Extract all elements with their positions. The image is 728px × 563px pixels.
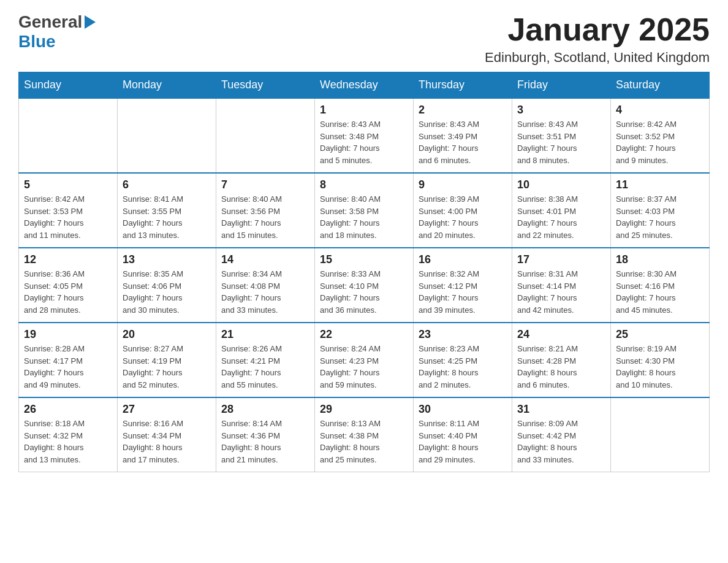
day-number: 12 — [24, 253, 112, 266]
weekday-header-row: SundayMondayTuesdayWednesdayThursdayFrid… — [19, 72, 710, 99]
calendar-subtitle: Edinburgh, Scotland, United Kingdom — [485, 50, 710, 66]
day-info: Sunrise: 8:26 AMSunset: 4:21 PMDaylight:… — [221, 343, 309, 391]
day-info: Sunrise: 8:43 AMSunset: 3:51 PMDaylight:… — [517, 118, 605, 166]
calendar-cell: 18Sunrise: 8:30 AMSunset: 4:16 PMDayligh… — [611, 248, 710, 323]
calendar-table: SundayMondayTuesdayWednesdayThursdayFrid… — [18, 72, 710, 472]
weekday-header-saturday: Saturday — [611, 72, 710, 99]
day-info: Sunrise: 8:34 AMSunset: 4:08 PMDaylight:… — [221, 268, 309, 316]
calendar-cell: 22Sunrise: 8:24 AMSunset: 4:23 PMDayligh… — [315, 323, 414, 397]
calendar-cell: 13Sunrise: 8:35 AMSunset: 4:06 PMDayligh… — [118, 248, 216, 323]
day-number: 28 — [221, 403, 309, 416]
day-number: 17 — [517, 253, 605, 266]
day-info: Sunrise: 8:42 AMSunset: 3:53 PMDaylight:… — [24, 193, 112, 241]
calendar-cell: 7Sunrise: 8:40 AMSunset: 3:56 PMDaylight… — [216, 173, 315, 248]
calendar-cell: 26Sunrise: 8:18 AMSunset: 4:32 PMDayligh… — [19, 397, 118, 472]
day-info: Sunrise: 8:42 AMSunset: 3:52 PMDaylight:… — [616, 118, 704, 166]
day-info: Sunrise: 8:43 AMSunset: 3:49 PMDaylight:… — [419, 118, 507, 166]
calendar-cell: 19Sunrise: 8:28 AMSunset: 4:17 PMDayligh… — [19, 323, 118, 397]
day-info: Sunrise: 8:37 AMSunset: 4:03 PMDaylight:… — [616, 193, 704, 241]
day-number: 2 — [419, 104, 507, 117]
calendar-cell: 10Sunrise: 8:38 AMSunset: 4:01 PMDayligh… — [512, 173, 611, 248]
day-info: Sunrise: 8:33 AMSunset: 4:10 PMDaylight:… — [320, 268, 408, 316]
week-row-1: 1Sunrise: 8:43 AMSunset: 3:48 PMDaylight… — [19, 98, 710, 173]
day-number: 30 — [419, 403, 507, 416]
calendar-cell — [19, 98, 118, 173]
day-number: 25 — [616, 328, 704, 341]
day-number: 20 — [123, 328, 211, 341]
calendar-cell: 15Sunrise: 8:33 AMSunset: 4:10 PMDayligh… — [315, 248, 414, 323]
calendar-cell: 2Sunrise: 8:43 AMSunset: 3:49 PMDaylight… — [414, 98, 512, 173]
day-number: 4 — [616, 104, 704, 117]
week-row-5: 26Sunrise: 8:18 AMSunset: 4:32 PMDayligh… — [19, 397, 710, 472]
day-number: 22 — [320, 328, 408, 341]
day-number: 11 — [616, 178, 704, 191]
day-info: Sunrise: 8:21 AMSunset: 4:28 PMDaylight:… — [517, 343, 605, 391]
day-number: 23 — [419, 328, 507, 341]
calendar-cell — [611, 397, 710, 472]
week-row-4: 19Sunrise: 8:28 AMSunset: 4:17 PMDayligh… — [19, 323, 710, 397]
week-row-3: 12Sunrise: 8:36 AMSunset: 4:05 PMDayligh… — [19, 248, 710, 323]
weekday-header-friday: Friday — [512, 72, 611, 99]
day-info: Sunrise: 8:27 AMSunset: 4:19 PMDaylight:… — [123, 343, 211, 391]
day-number: 29 — [320, 403, 408, 416]
calendar-cell: 30Sunrise: 8:11 AMSunset: 4:40 PMDayligh… — [414, 397, 512, 472]
day-number: 14 — [221, 253, 309, 266]
calendar-cell: 12Sunrise: 8:36 AMSunset: 4:05 PMDayligh… — [19, 248, 118, 323]
day-info: Sunrise: 8:40 AMSunset: 3:58 PMDaylight:… — [320, 193, 408, 241]
calendar-cell: 1Sunrise: 8:43 AMSunset: 3:48 PMDaylight… — [315, 98, 414, 173]
day-info: Sunrise: 8:16 AMSunset: 4:34 PMDaylight:… — [123, 418, 211, 465]
day-number: 13 — [123, 253, 211, 266]
weekday-header-sunday: Sunday — [19, 72, 118, 99]
calendar-cell: 23Sunrise: 8:23 AMSunset: 4:25 PMDayligh… — [414, 323, 512, 397]
logo-chevron-icon — [83, 15, 96, 29]
weekday-header-wednesday: Wednesday — [315, 72, 414, 99]
day-number: 24 — [517, 328, 605, 341]
day-info: Sunrise: 8:32 AMSunset: 4:12 PMDaylight:… — [419, 268, 507, 316]
day-info: Sunrise: 8:11 AMSunset: 4:40 PMDaylight:… — [419, 418, 507, 465]
calendar-cell: 5Sunrise: 8:42 AMSunset: 3:53 PMDaylight… — [19, 173, 118, 248]
day-number: 10 — [517, 178, 605, 191]
day-info: Sunrise: 8:28 AMSunset: 4:17 PMDaylight:… — [24, 343, 112, 391]
day-info: Sunrise: 8:09 AMSunset: 4:42 PMDaylight:… — [517, 418, 605, 465]
calendar-cell — [118, 98, 216, 173]
day-info: Sunrise: 8:38 AMSunset: 4:01 PMDaylight:… — [517, 193, 605, 241]
day-info: Sunrise: 8:41 AMSunset: 3:55 PMDaylight:… — [123, 193, 211, 241]
day-info: Sunrise: 8:13 AMSunset: 4:38 PMDaylight:… — [320, 418, 408, 465]
calendar-cell: 14Sunrise: 8:34 AMSunset: 4:08 PMDayligh… — [216, 248, 315, 323]
calendar-cell: 20Sunrise: 8:27 AMSunset: 4:19 PMDayligh… — [118, 323, 216, 397]
weekday-header-tuesday: Tuesday — [216, 72, 315, 99]
day-number: 8 — [320, 178, 408, 191]
calendar-cell: 3Sunrise: 8:43 AMSunset: 3:51 PMDaylight… — [512, 98, 611, 173]
calendar-cell: 4Sunrise: 8:42 AMSunset: 3:52 PMDaylight… — [611, 98, 710, 173]
weekday-header-thursday: Thursday — [414, 72, 512, 99]
day-info: Sunrise: 8:40 AMSunset: 3:56 PMDaylight:… — [221, 193, 309, 241]
day-info: Sunrise: 8:36 AMSunset: 4:05 PMDaylight:… — [24, 268, 112, 316]
logo: General Blue — [18, 12, 96, 52]
day-number: 9 — [419, 178, 507, 191]
day-info: Sunrise: 8:18 AMSunset: 4:32 PMDaylight:… — [24, 418, 112, 465]
logo-blue-text: Blue — [18, 32, 56, 52]
calendar-cell: 11Sunrise: 8:37 AMSunset: 4:03 PMDayligh… — [611, 173, 710, 248]
day-number: 19 — [24, 328, 112, 341]
day-info: Sunrise: 8:43 AMSunset: 3:48 PMDaylight:… — [320, 118, 408, 166]
day-info: Sunrise: 8:19 AMSunset: 4:30 PMDaylight:… — [616, 343, 704, 391]
day-info: Sunrise: 8:30 AMSunset: 4:16 PMDaylight:… — [616, 268, 704, 316]
day-info: Sunrise: 8:39 AMSunset: 4:00 PMDaylight:… — [419, 193, 507, 241]
calendar-cell: 31Sunrise: 8:09 AMSunset: 4:42 PMDayligh… — [512, 397, 611, 472]
day-number: 21 — [221, 328, 309, 341]
week-row-2: 5Sunrise: 8:42 AMSunset: 3:53 PMDaylight… — [19, 173, 710, 248]
day-number: 5 — [24, 178, 112, 191]
calendar-cell: 8Sunrise: 8:40 AMSunset: 3:58 PMDaylight… — [315, 173, 414, 248]
day-info: Sunrise: 8:35 AMSunset: 4:06 PMDaylight:… — [123, 268, 211, 316]
day-number: 18 — [616, 253, 704, 266]
day-number: 3 — [517, 104, 605, 117]
day-info: Sunrise: 8:23 AMSunset: 4:25 PMDaylight:… — [419, 343, 507, 391]
page-header: General Blue January 2025 Edinburgh, Sco… — [18, 12, 710, 66]
calendar-cell: 21Sunrise: 8:26 AMSunset: 4:21 PMDayligh… — [216, 323, 315, 397]
svg-marker-0 — [85, 15, 96, 29]
calendar-cell: 25Sunrise: 8:19 AMSunset: 4:30 PMDayligh… — [611, 323, 710, 397]
calendar-cell: 27Sunrise: 8:16 AMSunset: 4:34 PMDayligh… — [118, 397, 216, 472]
day-number: 1 — [320, 104, 408, 117]
calendar-cell: 9Sunrise: 8:39 AMSunset: 4:00 PMDaylight… — [414, 173, 512, 248]
calendar-cell: 17Sunrise: 8:31 AMSunset: 4:14 PMDayligh… — [512, 248, 611, 323]
